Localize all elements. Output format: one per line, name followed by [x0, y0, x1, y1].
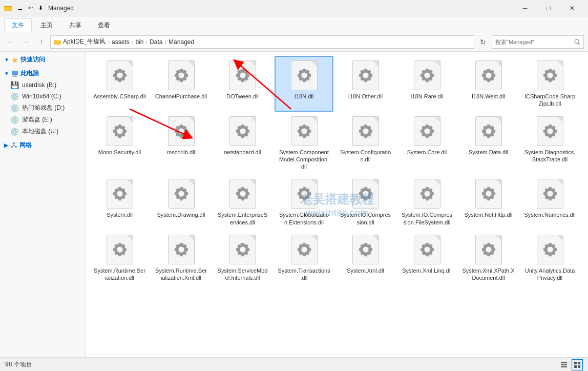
file-item[interactable]: System.Transactions.dll — [275, 230, 333, 286]
dll-file-icon — [535, 178, 565, 209]
file-item[interactable]: System.Runtime.Serialization.dll — [90, 230, 149, 286]
dll-icon-bg — [537, 116, 563, 146]
tab-share[interactable]: 共享 — [61, 18, 89, 32]
sidebar-this-pc-header[interactable]: ▼ 此电脑 — [0, 68, 86, 79]
sidebar-item-local[interactable]: 💿 本地磁盘 (U:) — [0, 126, 86, 137]
dll-file-icon — [166, 178, 197, 209]
file-item[interactable]: System.Drawing.dll — [152, 174, 211, 230]
dll-file-icon — [104, 60, 135, 91]
file-item[interactable]: netstandard.dll — [213, 112, 272, 175]
file-name: System.Diagnostics.StackTrace.dll — [523, 149, 576, 163]
search-input[interactable] — [495, 39, 572, 45]
maximize-button[interactable]: □ — [537, 0, 560, 16]
file-item[interactable]: System.Diagnostics.StackTrace.dll — [520, 112, 579, 175]
sidebar-item-win10[interactable]: 💿 Win10x64 (C:) — [0, 91, 86, 102]
file-name: System.Data.dll — [469, 149, 508, 156]
dll-icon-bg — [537, 179, 563, 209]
file-item[interactable]: ICSharpCode.SharpZipLib.dll — [520, 56, 579, 112]
dll-icon-bg — [229, 116, 256, 146]
file-item[interactable]: System.Xml.dll — [336, 230, 395, 286]
dll-icon-bg — [291, 235, 318, 264]
file-name: I18N.Rare.dll — [410, 93, 443, 100]
sidebar-item-games-hot[interactable]: 💿 热门游戏盘 (D:) — [0, 102, 86, 114]
file-name: System.Xml.Linq.dll — [402, 267, 452, 274]
quick-icon-3[interactable]: ⬇ — [36, 4, 45, 13]
file-item[interactable]: I18N.Other.dll — [336, 56, 395, 112]
file-item[interactable]: ChannelPurchase.dll — [152, 56, 211, 112]
dll-file-icon — [473, 234, 504, 265]
file-item[interactable]: DOTween.dll — [213, 56, 272, 112]
forward-button[interactable]: → — [19, 35, 33, 49]
dll-icon-bg — [291, 116, 318, 146]
refresh-button[interactable]: ↻ — [476, 35, 490, 49]
file-item[interactable]: System.dll — [90, 174, 149, 230]
file-name: System.Globalization.Extensions.dll — [278, 211, 330, 226]
breadcrumb-data[interactable]: Data — [150, 38, 162, 46]
file-item[interactable]: Assembly-CSharp.dll — [90, 56, 149, 112]
file-item[interactable]: I18N.West.dll — [459, 56, 518, 112]
drive-e-icon: 💿 — [10, 116, 19, 124]
file-item[interactable]: I18N.Rare.dll — [397, 56, 456, 112]
file-name: System.Core.dll — [407, 149, 447, 156]
dll-icon-bg — [475, 116, 502, 146]
file-name: I18N.West.dll — [472, 93, 505, 100]
breadcrumb-managed[interactable]: Managed — [169, 38, 194, 46]
file-item[interactable]: System.Xml.XPath.XDocument.dll — [459, 230, 518, 286]
quick-icon-2[interactable]: ↩ — [26, 4, 35, 13]
file-item[interactable]: System.IO.Compression.FileSystem.dll — [397, 174, 456, 230]
file-item[interactable]: System.Xml.Linq.dll — [397, 230, 456, 286]
sidebar-quick-access-header[interactable]: ▼ 快速访问 — [0, 54, 86, 66]
file-item[interactable]: System.Core.dll — [397, 112, 456, 175]
breadcrumb-bin[interactable]: bin — [135, 38, 143, 46]
file-name: ICSharpCode.SharpZipLib.dll — [523, 93, 576, 108]
minimize-button[interactable]: ─ — [513, 0, 537, 16]
dll-icon-bg — [107, 179, 133, 209]
file-item[interactable]: I18N.dll — [275, 56, 333, 112]
sidebar-item-userdisk[interactable]: 💾 userdisk (B:) — [0, 79, 86, 91]
file-name: System.Transactions.dll — [278, 267, 330, 282]
svg-rect-22 — [561, 366, 567, 367]
file-item[interactable]: System.Data.dll — [459, 112, 518, 175]
grid-view-toggle[interactable] — [572, 359, 583, 370]
svg-rect-4 — [54, 40, 61, 45]
tab-view[interactable]: 查看 — [90, 18, 118, 32]
up-button[interactable]: ↑ — [35, 35, 48, 49]
address-bar-input[interactable]: ApkIDE_牛旋风 › assets › bin › Data › Manag… — [50, 35, 474, 49]
folder-title-icon — [4, 4, 12, 12]
list-view-toggle[interactable] — [558, 359, 570, 370]
dll-icon-bg — [414, 116, 440, 146]
tab-home[interactable]: 主页 — [33, 18, 60, 32]
dll-icon-bg — [107, 235, 133, 264]
tab-file[interactable]: 文件 — [4, 18, 32, 32]
back-button[interactable]: ← — [4, 35, 17, 49]
title-bar: 🗕 ↩ ⬇ Managed ─ □ ✕ — [0, 0, 588, 16]
file-item[interactable]: mscorlib.dll — [152, 112, 211, 175]
breadcrumb-assets[interactable]: assets — [112, 38, 130, 46]
breadcrumb-apkide[interactable]: ApkIDE_牛旋风 — [63, 37, 106, 46]
file-item[interactable]: System.Globalization.Extensions.dll — [275, 174, 333, 230]
drive-u-icon: 💿 — [10, 128, 19, 136]
file-item[interactable]: System.ComponentModel.Composition.dll — [275, 112, 333, 175]
sidebar-item-games[interactable]: 💿 游戏盘 (E:) — [0, 114, 86, 126]
quick-icon-1[interactable]: 🗕 — [15, 4, 25, 13]
file-item[interactable]: System.IO.Compression.dll — [336, 174, 395, 230]
file-item[interactable]: Mono.Security.dll — [90, 112, 149, 175]
svg-marker-7 — [12, 57, 18, 63]
dll-file-icon — [350, 116, 381, 147]
sidebar-network-header[interactable]: ▶ 网络 — [0, 139, 86, 151]
file-item[interactable]: Unity.Analytics.DataPrivacy.dll — [520, 230, 579, 286]
file-item[interactable]: System.Net.Http.dll — [459, 174, 518, 230]
svg-rect-11 — [13, 142, 15, 144]
drive-d-icon: 💿 — [10, 104, 19, 112]
file-item[interactable]: System.Configuration.dll — [336, 112, 395, 175]
file-item[interactable]: System.Numerics.dll — [520, 174, 579, 230]
file-name: System.Net.Http.dll — [464, 211, 512, 218]
file-item[interactable]: System.Runtime.Serialization.Xml.dll — [152, 230, 211, 286]
svg-rect-8 — [12, 71, 18, 75]
svg-point-5 — [575, 39, 579, 44]
status-bar: 98 个项目 — [0, 357, 588, 371]
file-name: System.ServiceModel.Internals.dll — [216, 267, 269, 282]
close-button[interactable]: ✕ — [560, 0, 584, 16]
file-item[interactable]: System.EnterpriseServices.dll — [213, 174, 272, 230]
file-item[interactable]: System.ServiceModel.Internals.dll — [213, 230, 272, 286]
